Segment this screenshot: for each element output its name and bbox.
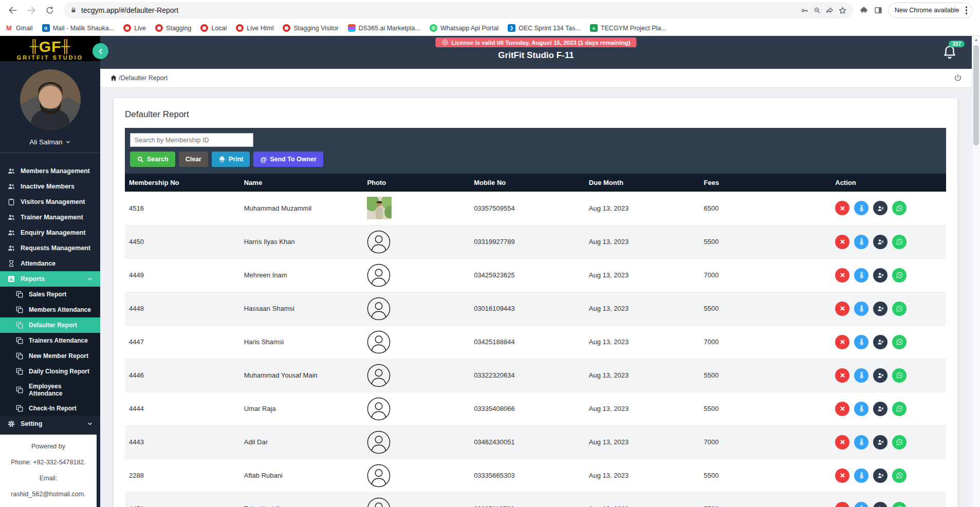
whatsapp-action-button[interactable] xyxy=(892,402,907,416)
user-avatar[interactable] xyxy=(20,69,81,130)
whatsapp-action-button[interactable] xyxy=(892,268,907,283)
sidebar-collapse-button[interactable] xyxy=(93,43,108,59)
delete-action-button[interactable] xyxy=(835,235,849,249)
sidebar-item-setting[interactable]: Setting xyxy=(0,416,100,431)
sidebar-item-daily-closing-report[interactable]: Daily Closing Report xyxy=(0,364,100,379)
remove-member-action-button[interactable] xyxy=(873,502,887,507)
page-scrollbar[interactable]: ▲ xyxy=(972,36,980,507)
remove-member-action-button[interactable] xyxy=(873,235,887,249)
sidebar-item-trainer-management[interactable]: Trainer Management xyxy=(0,210,100,225)
bookmark-mail-malik-shauka[interactable]: Mail - Malik Shauka... xyxy=(42,24,114,32)
scrollbar-thumb[interactable] xyxy=(973,45,979,145)
user-menu[interactable]: Ali Salman xyxy=(29,138,71,146)
whatsapp-action-button[interactable] xyxy=(892,201,907,215)
temperature-action-button[interactable] xyxy=(854,302,868,316)
bookmark-local[interactable]: Local xyxy=(200,24,227,32)
new-chrome-button[interactable]: New Chrome available xyxy=(888,3,973,18)
bookmark-label: Mail - Malik Shauka... xyxy=(53,25,114,32)
bookmark-ds365-ai-marketpla[interactable]: DS365.ai Marketpla... xyxy=(348,24,420,32)
temperature-action-button[interactable] xyxy=(854,402,868,416)
sidebar-item-requests-management[interactable]: Requests Management xyxy=(0,240,100,256)
remove-member-action-button[interactable] xyxy=(873,335,887,349)
sidebar-item-inactive-members[interactable]: Inactive Members xyxy=(0,179,100,194)
remove-member-action-button[interactable] xyxy=(873,268,887,283)
temperature-action-button[interactable] xyxy=(854,502,868,507)
sidebar-item-members-management[interactable]: Members Management xyxy=(0,163,100,179)
address-bar[interactable]: tecgym.app/#/defaulter-Report xyxy=(64,2,853,18)
remove-member-action-button[interactable] xyxy=(873,302,887,316)
delete-action-button[interactable] xyxy=(835,468,849,483)
sidebar-item-reports[interactable]: Reports xyxy=(0,271,100,287)
remove-member-action-button[interactable] xyxy=(873,468,887,483)
forward-icon[interactable] xyxy=(24,3,39,18)
column-header-fees: Fees xyxy=(700,174,831,192)
bookmark-stagging[interactable]: Stagging xyxy=(155,24,191,32)
password-key-icon[interactable] xyxy=(800,6,809,15)
delete-action-button[interactable] xyxy=(835,368,849,383)
back-icon[interactable] xyxy=(5,3,21,18)
chrome-menu-icon[interactable] xyxy=(964,6,970,14)
whatsapp-action-button[interactable] xyxy=(892,435,907,449)
temperature-action-button[interactable] xyxy=(854,435,868,449)
bookmark-oec-sprint-134-tas[interactable]: OEC Sprint 134 Tas... xyxy=(508,24,581,32)
url-text[interactable]: tecgym.app/#/defaulter-Report xyxy=(81,6,796,14)
delete-action-button[interactable] xyxy=(835,201,849,215)
delete-action-button[interactable] xyxy=(835,502,849,507)
power-icon[interactable] xyxy=(953,73,963,83)
bookmark-live-html[interactable]: Live Html xyxy=(236,24,273,32)
delete-action-button[interactable] xyxy=(835,435,849,449)
sidebar-item-trainers-attendance[interactable]: Trainers Attendance xyxy=(0,333,100,348)
clear-button[interactable]: Clear xyxy=(179,152,208,167)
sidebar-item-attendance[interactable]: Attendance xyxy=(0,256,100,271)
temperature-action-button[interactable] xyxy=(854,368,868,383)
whatsapp-action-button[interactable] xyxy=(892,335,907,349)
search-input[interactable] xyxy=(130,133,253,147)
delete-action-button[interactable] xyxy=(835,402,849,416)
whatsapp-action-button[interactable] xyxy=(892,468,907,483)
sidebar-item-sales-report[interactable]: Sales Report xyxy=(0,287,100,302)
sidebar-item-new-member-report[interactable]: New Member Report xyxy=(0,348,100,364)
delete-action-button[interactable] xyxy=(835,268,849,283)
whatsapp-action-button[interactable] xyxy=(892,235,907,249)
whatsapp-action-button[interactable] xyxy=(892,302,907,316)
bookmark-live[interactable]: Live xyxy=(123,24,146,32)
notifications-button[interactable]: 337 xyxy=(942,44,958,61)
bookmark-gmail[interactable]: M Gmail xyxy=(5,24,33,32)
temperature-action-button[interactable] xyxy=(854,268,868,283)
gear-icon xyxy=(7,420,15,428)
bookmark-star-icon[interactable] xyxy=(838,6,847,15)
sidebar-item-members-attendance[interactable]: Members Attendance xyxy=(0,302,100,317)
remove-member-action-button[interactable] xyxy=(873,402,887,416)
temperature-action-button[interactable] xyxy=(854,335,868,349)
whatsapp-action-button[interactable] xyxy=(892,368,907,383)
bookmark-whatsapp-api-portal[interactable]: Whatsapp Api Portal xyxy=(430,24,498,32)
refresh-icon[interactable] xyxy=(42,3,58,18)
share-icon[interactable] xyxy=(825,6,834,15)
sidebar-item-visitors-management[interactable]: Visitors Management xyxy=(0,194,100,210)
bookmark-tecgym-project-pla[interactable]: TECGYM Project Pla... xyxy=(590,24,667,32)
temperature-action-button[interactable] xyxy=(854,468,868,483)
side-panel-icon[interactable] xyxy=(874,6,883,15)
sidebar-item-enquiry-management[interactable]: Enquiry Management xyxy=(0,225,100,240)
send-to-owner-button[interactable]: @ Send To Owner xyxy=(253,152,323,167)
sidebar-item-employees-attendance[interactable]: Employees Attendance xyxy=(0,379,100,401)
scrollbar-up-arrow[interactable]: ▲ xyxy=(972,36,980,44)
bookmark-stagging-visitor[interactable]: Stagging Visitor xyxy=(283,24,338,32)
remove-member-action-button[interactable] xyxy=(873,201,887,215)
home-icon[interactable] xyxy=(109,74,118,82)
remove-member-action-button[interactable] xyxy=(873,435,887,449)
print-button[interactable]: Print xyxy=(212,152,250,167)
temperature-action-button[interactable] xyxy=(854,201,868,215)
remove-member-action-button[interactable] xyxy=(873,368,887,383)
extensions-icon[interactable] xyxy=(859,6,868,15)
user-x-icon xyxy=(877,371,884,379)
temperature-action-button[interactable] xyxy=(854,235,868,249)
search-button[interactable]: Search xyxy=(130,152,175,167)
whatsapp-action-button[interactable] xyxy=(892,502,907,507)
zoom-icon[interactable] xyxy=(813,6,821,14)
sidebar-item-defaulter-report[interactable]: Defaulter Report xyxy=(0,317,100,333)
sidebar-item-check-in-report[interactable]: Check-In Report xyxy=(0,401,100,416)
delete-action-button[interactable] xyxy=(835,302,849,316)
delete-action-button[interactable] xyxy=(835,335,849,349)
cell-due-month: Aug 13, 2023 xyxy=(585,325,700,359)
